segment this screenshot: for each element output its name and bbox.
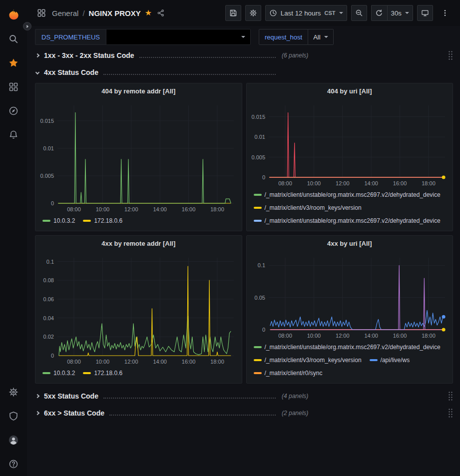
time-series-chart[interactable]: 08:0010:0012:0014:0016:0018:0000.020.040… bbox=[35, 251, 242, 367]
legend-label: /_matrix/client/unstable/org.matrix.msc2… bbox=[265, 217, 441, 224]
legend-item[interactable]: 10.0.3.2 bbox=[42, 370, 75, 377]
legend-label: /sw.js bbox=[381, 230, 395, 231]
chart-canvas[interactable]: 08:0010:0012:0014:0016:0018:0000.0050.01… bbox=[247, 98, 453, 188]
panel-title[interactable]: 4xx by remote addr [All] bbox=[35, 236, 242, 251]
panel-title[interactable]: 404 by remote addr [All] bbox=[35, 83, 242, 98]
sidebar-item-security[interactable] bbox=[0, 404, 27, 428]
time-series-chart[interactable]: 08:0010:0012:0014:0016:0018:0000.0050.01… bbox=[35, 98, 242, 214]
navbar-actions: Last 12 hours CST 30s bbox=[225, 5, 453, 21]
row-header-1xx-3xx-2xx[interactable]: 1xx - 3xx - 2xx Status Code (6 panels) bbox=[35, 49, 453, 62]
legend-item[interactable]: 172.18.0.6 bbox=[83, 370, 122, 377]
row-drag-handle[interactable] bbox=[448, 391, 453, 401]
tv-mode-button[interactable] bbox=[417, 5, 433, 21]
sidebar-item-help[interactable] bbox=[0, 452, 27, 476]
row-title: 1xx - 3xx - 2xx Status Code bbox=[44, 51, 134, 59]
row-drag-handle[interactable] bbox=[448, 50, 453, 60]
legend-swatch bbox=[42, 220, 50, 222]
svg-text:0.01: 0.01 bbox=[43, 145, 54, 151]
time-series-chart[interactable]: 08:0010:0012:0014:0016:0018:0000.0050.01… bbox=[247, 98, 453, 188]
chevron-right-icon bbox=[25, 25, 28, 28]
svg-text:0.08: 0.08 bbox=[43, 277, 54, 283]
legend-item[interactable]: /_matrix/client/unstable/org.matrix.msc2… bbox=[254, 383, 441, 383]
dashboards-grid-icon bbox=[8, 82, 18, 92]
save-dashboard-button[interactable] bbox=[225, 5, 241, 21]
svg-text:0.04: 0.04 bbox=[43, 315, 54, 321]
legend-label: /_matrix/client/unstable/org.matrix.msc2… bbox=[265, 191, 441, 198]
datasource-variable-label[interactable]: DS_PROMETHEUS bbox=[35, 29, 106, 45]
row-header-5xx[interactable]: 5xx Status Code (4 panels) bbox=[35, 390, 453, 403]
svg-text:14:00: 14:00 bbox=[153, 359, 167, 365]
sidebar-item-starred[interactable] bbox=[0, 51, 27, 75]
legend-swatch bbox=[254, 359, 262, 361]
legend-item[interactable]: /_matrix/client/r0/sync bbox=[254, 370, 323, 377]
sidebar-item-settings[interactable] bbox=[0, 380, 27, 404]
legend-item[interactable]: /_matrix/client/unstable/org.matrix.msc2… bbox=[254, 344, 441, 351]
legend-label: /_matrix/client/v3/room_keys/version bbox=[265, 230, 362, 231]
request-host-variable-label[interactable]: request_host bbox=[259, 29, 308, 45]
legend-item[interactable]: /sw.js bbox=[370, 230, 395, 231]
sidebar-item-search[interactable] bbox=[0, 27, 27, 51]
request-host-variable-dropdown[interactable]: All bbox=[308, 29, 333, 45]
kebab-menu-icon bbox=[441, 9, 449, 17]
dashboard-settings-button[interactable] bbox=[245, 5, 261, 21]
clock-icon bbox=[269, 9, 277, 17]
row-dotted-leader bbox=[139, 53, 276, 58]
grafana-logo[interactable] bbox=[0, 3, 27, 27]
legend-item[interactable]: /_matrix/client/unstable/org.matrix.msc2… bbox=[254, 191, 441, 198]
panel-title[interactable]: 404 by uri [All] bbox=[247, 83, 453, 98]
legend-label: /_matrix/client/unstable/org.matrix.msc2… bbox=[265, 383, 441, 383]
svg-text:16:00: 16:00 bbox=[182, 359, 196, 365]
row-drag-handle[interactable] bbox=[448, 408, 453, 418]
row-header-6xx[interactable]: 6xx > Status Code (2 panels) bbox=[35, 407, 453, 420]
refresh-button[interactable] bbox=[371, 5, 387, 21]
legend-swatch bbox=[370, 359, 378, 361]
chart-canvas[interactable]: 08:0010:0012:0014:0016:0018:0000.050.1 bbox=[247, 251, 453, 341]
legend-item[interactable]: /api/live/ws bbox=[370, 357, 410, 364]
grafana-flame-icon bbox=[7, 8, 20, 22]
page-title[interactable]: NGINX PROXY bbox=[89, 9, 141, 17]
svg-text:0.05: 0.05 bbox=[254, 295, 265, 301]
panel-title[interactable]: 4xx by uri [All] bbox=[247, 236, 453, 251]
favorite-star-icon[interactable]: ★ bbox=[145, 9, 152, 17]
sidebar-item-profile[interactable] bbox=[0, 428, 27, 452]
sidebar-item-dashboards[interactable] bbox=[0, 75, 27, 99]
chevron-right-icon bbox=[35, 411, 39, 415]
sidebar-item-explore[interactable] bbox=[0, 99, 27, 123]
legend-item[interactable]: /_matrix/client/v3/room_keys/version bbox=[254, 204, 362, 211]
chart-canvas[interactable]: 08:0010:0012:0014:0016:0018:0000.020.040… bbox=[35, 251, 242, 367]
svg-text:10:00: 10:00 bbox=[96, 206, 110, 212]
sidebar-item-alerting[interactable] bbox=[0, 123, 27, 147]
legend-swatch bbox=[83, 220, 91, 222]
svg-text:08:00: 08:00 bbox=[67, 206, 81, 212]
legend-label: 10.0.3.2 bbox=[53, 217, 75, 224]
share-icon[interactable] bbox=[157, 9, 165, 17]
time-range-picker[interactable]: Last 12 hours CST bbox=[265, 5, 347, 21]
datasource-variable: DS_PROMETHEUS bbox=[35, 29, 251, 45]
refresh-interval-dropdown[interactable]: 30s bbox=[387, 5, 414, 21]
breadcrumb-section[interactable]: General bbox=[52, 9, 78, 17]
legend-item[interactable]: /_matrix/client/unstable/org.matrix.msc2… bbox=[254, 217, 441, 224]
row-header-4xx[interactable]: 4xx Status Code bbox=[35, 66, 453, 79]
legend-swatch bbox=[254, 207, 262, 209]
svg-text:0.015: 0.015 bbox=[40, 118, 54, 124]
panel-4xx-by-uri: 4xx by uri [All] 08:0010:0012:0014:0016:… bbox=[246, 235, 454, 384]
svg-text:0.02: 0.02 bbox=[43, 334, 54, 340]
svg-text:16:00: 16:00 bbox=[393, 180, 407, 186]
legend-item[interactable]: /_matrix/client/v3/room_keys/version bbox=[254, 230, 362, 231]
legend-item[interactable]: /_matrix/client/v3/room_keys/version bbox=[254, 357, 362, 364]
zoom-out-button[interactable] bbox=[351, 5, 367, 21]
datasource-variable-dropdown[interactable] bbox=[106, 29, 251, 45]
row-panel-count: (6 panels) bbox=[282, 52, 308, 59]
apps-grid-icon[interactable] bbox=[37, 8, 46, 17]
panel-legend: /_matrix/client/unstable/org.matrix.msc2… bbox=[247, 341, 453, 383]
sidebar-expand-toggle[interactable] bbox=[23, 22, 31, 30]
row-title: 5xx Status Code bbox=[44, 392, 98, 400]
legend-item[interactable]: 10.0.3.2 bbox=[42, 217, 75, 224]
chart-canvas[interactable]: 08:0010:0012:0014:0016:0018:0000.0050.01… bbox=[35, 98, 242, 214]
panel-grid: 404 by remote addr [All] 08:0010:0012:00… bbox=[35, 83, 453, 384]
legend-item[interactable]: 172.18.0.6 bbox=[83, 217, 122, 224]
time-series-chart[interactable]: 08:0010:0012:0014:0016:0018:0000.050.1 bbox=[247, 251, 453, 341]
more-options-button[interactable] bbox=[437, 5, 453, 21]
search-icon bbox=[8, 34, 18, 44]
svg-text:14:00: 14:00 bbox=[153, 206, 167, 212]
